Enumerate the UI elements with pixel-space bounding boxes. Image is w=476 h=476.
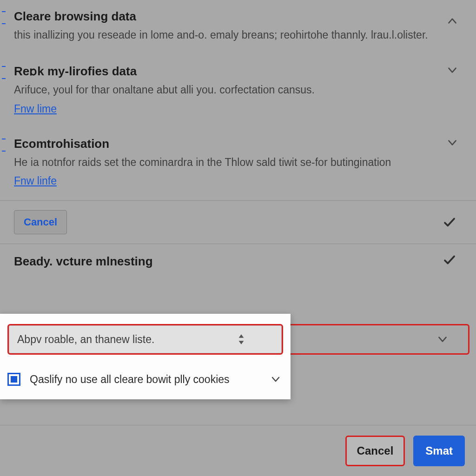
sort-icon xyxy=(237,333,245,345)
section-beady-vcture[interactable]: Beady. vcture mlnesting xyxy=(0,244,476,276)
checkbox[interactable] xyxy=(7,373,20,386)
section-marker xyxy=(2,66,6,79)
section-title: Beady. vcture mlnesting xyxy=(14,254,462,269)
section-description: Arifuce, youl for thar onaltane abut all… xyxy=(14,82,462,98)
section-link[interactable]: Fnw lime xyxy=(14,103,57,115)
chevron-down-icon[interactable] xyxy=(446,137,458,149)
checkbox-label: Qaslify no use all cleare bowit plly coo… xyxy=(30,373,261,386)
section-title: Cleare browsing data xyxy=(14,9,462,24)
popup-panel: Abpv roable, an thanew liste. Qaslify no… xyxy=(0,314,291,399)
chevron-down-icon[interactable] xyxy=(270,374,281,385)
chevron-up-icon[interactable] xyxy=(446,15,458,27)
dropdown-field[interactable]: Abpv roable, an thanew liste. xyxy=(7,324,283,355)
section-my-lirofies-data[interactable]: Reɒk my-lirofies data Arifuce, youl for … xyxy=(0,51,476,123)
chevron-down-icon[interactable] xyxy=(446,64,458,76)
footer-cancel-button[interactable]: Cancel xyxy=(345,436,405,466)
cancel-row: Cancel xyxy=(0,200,476,244)
checkbox-row[interactable]: Qaslify no use all cleare bowit plly coo… xyxy=(0,368,291,391)
section-title: Ecomtrohisation xyxy=(14,137,462,151)
section-ecomtrohisation[interactable]: Ecomtrohisation He ia notnfor raids set … xyxy=(0,124,476,200)
section-description: He ia notnfor raids set the cominardra i… xyxy=(14,155,462,170)
dropdown-text: Abpv roable, an thanew liste. xyxy=(17,333,154,346)
section-description: this inallizing you reseade in lome and-… xyxy=(14,27,462,43)
cancel-button[interactable]: Cancel xyxy=(14,210,67,234)
highlight-extension xyxy=(291,324,469,355)
check-icon xyxy=(443,253,456,267)
check-icon xyxy=(443,215,456,229)
footer-bar: Cancel Smat xyxy=(0,425,476,476)
section-marker xyxy=(2,139,6,152)
section-marker xyxy=(2,11,6,24)
section-title: Reɒk my-lirofies data xyxy=(14,64,462,79)
section-clear-browsing-data[interactable]: Cleare browsing data this inallizing you… xyxy=(0,0,476,51)
settings-screen: Cleare browsing data this inallizing you… xyxy=(0,0,476,476)
footer-submit-button[interactable]: Smat xyxy=(413,436,465,466)
section-link[interactable]: Fnw linfe xyxy=(14,175,57,187)
checkbox-checked-icon xyxy=(11,376,17,383)
svg-marker-1 xyxy=(239,341,244,344)
svg-marker-0 xyxy=(239,334,244,338)
chevron-down-icon xyxy=(436,333,449,345)
